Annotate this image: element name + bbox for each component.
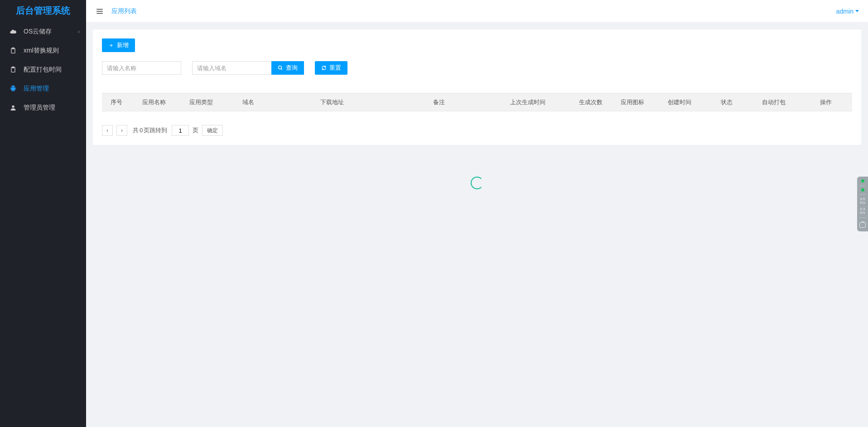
caret-down-icon (855, 10, 859, 12)
svg-rect-1 (12, 48, 14, 49)
th-domain: 域名 (225, 93, 272, 111)
collapse-sidebar-button[interactable] (95, 7, 104, 15)
sidebar-item-os-cloud[interactable]: OS云储存 › (0, 22, 86, 41)
sidebar-item-app-management[interactable]: 应用管理 (0, 79, 86, 98)
app-title: 后台管理系统 (0, 0, 86, 22)
pager-confirm[interactable]: 确定 (202, 125, 223, 136)
th-create-time: 创建时间 (653, 93, 705, 111)
divider (859, 185, 866, 186)
svg-point-4 (12, 106, 14, 108)
sidebar-item-label: 应用管理 (24, 85, 49, 93)
table-header-row: 序号 应用名称 应用类型 域名 下载地址 备注 上次生成时间 生成次数 应用图标… (102, 93, 852, 111)
sidebar-item-label: 配置打包时间 (24, 66, 62, 74)
sidebar-item-label: OS云储存 (24, 28, 52, 36)
reset-button[interactable]: 重置 (315, 61, 347, 75)
clipboard-icon (9, 47, 17, 54)
th-actions: 操作 (800, 93, 852, 111)
cloud-icon (9, 28, 17, 35)
th-index: 序号 (102, 93, 130, 111)
th-remark: 备注 (392, 93, 486, 111)
status-dot-icon (861, 179, 864, 182)
clipboard-icon (9, 66, 17, 73)
divider (859, 194, 866, 195)
pager-suffix: 页 (193, 126, 198, 134)
domain-input[interactable] (192, 61, 271, 75)
sidebar-item-package-time[interactable]: 配置打包时间 (0, 60, 86, 79)
android-icon (9, 85, 17, 92)
content-card: ＋ 新增 查询 (93, 29, 861, 145)
status-dot-icon (861, 188, 864, 192)
camera-icon (859, 222, 866, 228)
chevron-right-icon: › (78, 29, 80, 35)
th-icon: 应用图标 (612, 93, 653, 111)
th-status: 状态 (706, 93, 747, 111)
th-app-type: 应用类型 (178, 93, 225, 111)
pager-next[interactable]: › (116, 125, 127, 136)
pagination: ‹ › 共0页跳转到 页 确定 (102, 125, 852, 136)
net-down: 0.3K/s (860, 207, 865, 215)
breadcrumb: 应用列表 (111, 7, 137, 15)
pager-prev[interactable]: ‹ (102, 125, 113, 136)
pager-info: 共0页跳转到 (133, 126, 168, 134)
user-icon (9, 104, 17, 111)
th-auto-pack: 自动打包 (747, 93, 800, 111)
app-table: 序号 应用名称 应用类型 域名 下载地址 备注 上次生成时间 生成次数 应用图标… (102, 93, 852, 111)
add-button[interactable]: ＋ 新增 (102, 38, 135, 52)
name-input[interactable] (102, 61, 181, 75)
user-name: admin (836, 8, 854, 15)
sidebar-item-label: xml替换规则 (24, 47, 59, 55)
th-last-gen: 上次生成时间 (486, 93, 570, 111)
refresh-icon (321, 65, 327, 71)
svg-point-8 (279, 66, 282, 69)
th-gen-count: 生成次数 (570, 93, 612, 111)
sidebar-item-admin[interactable]: 管理员管理 (0, 98, 86, 117)
network-monitor-widget[interactable]: 0.5K/s 0.3K/s (857, 177, 868, 231)
net-up: 0.5K/s (860, 197, 865, 205)
topbar: 应用列表 admin (86, 0, 868, 23)
th-app-name: 应用名称 (130, 93, 178, 111)
th-download-url: 下载地址 (272, 93, 392, 111)
plus-icon: ＋ (108, 41, 114, 49)
svg-rect-3 (12, 67, 14, 68)
sidebar: 后台管理系统 OS云储存 › xml替换规则 配置打包时间 (0, 0, 86, 427)
pager-page-input[interactable] (172, 125, 189, 136)
sidebar-item-label: 管理员管理 (24, 104, 55, 112)
svg-line-9 (281, 69, 283, 70)
divider (859, 217, 866, 218)
user-menu[interactable]: admin (836, 8, 859, 15)
search-button[interactable]: 查询 (271, 61, 304, 75)
loading-spinner (471, 177, 483, 189)
search-icon (278, 65, 283, 71)
sidebar-item-xml-rules[interactable]: xml替换规则 (0, 41, 86, 60)
